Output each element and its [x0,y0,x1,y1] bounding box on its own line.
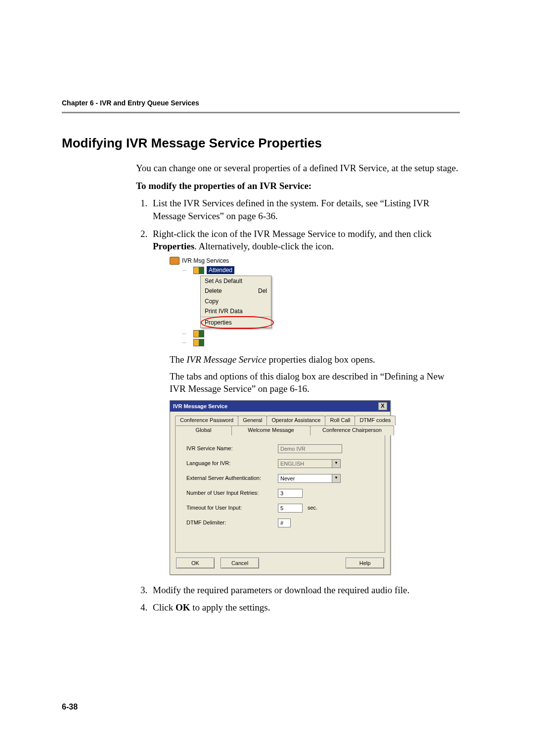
menu-label: Print IVR Data [205,307,243,315]
menu-set-as-default[interactable]: Set As Default [201,276,271,286]
tree-item-extra-2[interactable]: ···· [182,339,281,346]
row-delimiter: DTMF Delimiter: [186,519,376,527]
label-language: Language for IVR: [186,460,278,467]
menu-properties[interactable]: Properties [201,318,271,328]
retries-field[interactable] [278,489,303,498]
tabs-row-2: Global Welcome Message Conference Chairp… [175,425,385,435]
step-list: List the IVR Services defined in the sys… [136,197,460,614]
chapter-header: Chapter 6 - IVR and Entry Queue Services [62,99,460,107]
txt: properties dialog box opens. [267,354,375,365]
page-number: 6-38 [62,703,78,711]
step-2-result-line-2: The tabs and options of this dialog box … [170,370,460,395]
tree-root[interactable]: IVR Msg Services [170,257,281,265]
dialog-title-text: IVR Message Service [173,403,227,410]
ext-auth-value[interactable] [278,474,332,483]
tab-panel-global: IVR Service Name: Language for IVR: ▼ [175,435,385,553]
delimiter-field[interactable] [278,519,291,527]
page: Chapter 6 - IVR and Entry Queue Services… [0,0,534,756]
timeout-unit: sec. [308,504,317,512]
ext-auth-dropdown[interactable]: ▼ [278,474,341,483]
row-timeout: Timeout for User Input: sec. [186,504,376,513]
step-4-ok-word: OK [176,602,190,613]
step-4-text-a: Click [153,602,176,613]
context-menu: Set As Default Delete Del Copy Print IVR… [200,276,271,328]
language-value [278,459,332,468]
row-language: Language for IVR: ▼ [186,459,376,468]
ivr-item-icon [193,267,204,274]
tab-global[interactable]: Global [175,425,232,435]
tree-connector-icon: ···· [182,330,191,337]
menu-shortcut: Del [258,287,267,295]
language-dropdown: ▼ [278,459,341,468]
ivr-item-icon [193,339,204,346]
tab-conference-password[interactable]: Conference Password [175,416,238,425]
label-delimiter: DTMF Delimiter: [186,519,278,526]
procedure-heading: To modify the properties of an IVR Servi… [136,180,460,192]
step-4: Click OK to apply the settings. [150,601,460,614]
tree-item-extra-1[interactable]: ···· [182,330,281,337]
step-2-text-b: . Alternatively, double-click the icon. [194,241,334,251]
menu-print-ivr-data[interactable]: Print IVR Data [201,306,271,316]
ok-button[interactable]: OK [176,558,215,568]
close-icon[interactable]: X [378,402,387,410]
body-column: You can change one or several properties… [136,162,460,614]
ivr-services-icon [170,257,179,265]
menu-separator [201,317,271,317]
dialog-titlebar[interactable]: IVR Message Service X [170,401,390,412]
label-retries: Number of User Input Retries: [186,489,278,497]
tree-item-label: Attended [207,266,234,274]
step-4-text-b: to apply the settings. [190,602,270,613]
help-button[interactable]: Help [346,558,384,568]
context-menu-figure: IVR Msg Services ···· Attended Set As De… [170,257,281,346]
step-2-result-line-1: The IVR Message Service properties dialo… [170,353,460,366]
tab-dtmf-codes[interactable]: DTMF codes [355,416,396,425]
label-service-name: IVR Service Name: [186,445,278,452]
header-rule [62,112,460,113]
chevron-down-icon[interactable]: ▼ [332,474,341,483]
step-1: List the IVR Services defined in the sys… [150,197,460,222]
label-timeout: Timeout for User Input: [186,504,278,512]
timeout-field[interactable] [278,504,303,513]
step-2-properties-word: Properties [153,241,194,251]
tab-conference-chairperson[interactable]: Conference Chairperson [310,425,394,435]
chevron-down-icon: ▼ [332,459,341,468]
menu-copy[interactable]: Copy [201,296,271,306]
tabs-row-1: Conference Password General Operator Ass… [175,416,385,425]
menu-label: Copy [205,297,219,305]
menu-label: Set As Default [205,277,242,285]
row-ext-auth: External Server Authentication: ▼ [186,474,376,483]
dialog-tabs: Conference Password General Operator Ass… [170,412,390,553]
menu-label: Properties [205,319,232,326]
row-retries: Number of User Input Retries: [186,489,376,498]
tab-operator-assistance[interactable]: Operator Assistance [267,416,325,425]
row-service-name: IVR Service Name: [186,444,376,453]
dialog-button-row: OK Cancel Help [170,553,390,574]
tree-connector-icon: ···· [182,267,191,274]
service-name-field [278,444,342,453]
menu-delete[interactable]: Delete Del [201,286,271,296]
cancel-button[interactable]: Cancel [221,558,259,568]
step-3: Modify the required parameters or downlo… [150,584,460,597]
tab-welcome-message[interactable]: Welcome Message [231,425,311,435]
step-2: Right-click the icon of the IVR Message … [150,228,460,575]
tab-general[interactable]: General [238,416,267,425]
menu-label: Delete [205,287,222,295]
tree-connector-icon: ···· [182,339,191,346]
txt: The [170,354,186,365]
ivr-message-service-italic: IVR Message Service [186,354,266,365]
tree-item-attended[interactable]: ···· Attended [182,266,281,274]
label-ext-auth: External Server Authentication: [186,474,278,482]
section-title: Modifying IVR Message Service Properties [62,136,460,151]
ivr-dialog-figure: IVR Message Service X Conference Passwor… [170,400,391,575]
step-2-text-a: Right-click the icon of the IVR Message … [153,229,432,239]
tab-roll-call[interactable]: Roll Call [325,416,355,425]
tree-root-label: IVR Msg Services [182,257,229,265]
intro-paragraph: You can change one or several properties… [136,162,460,175]
ivr-item-icon [193,330,204,337]
